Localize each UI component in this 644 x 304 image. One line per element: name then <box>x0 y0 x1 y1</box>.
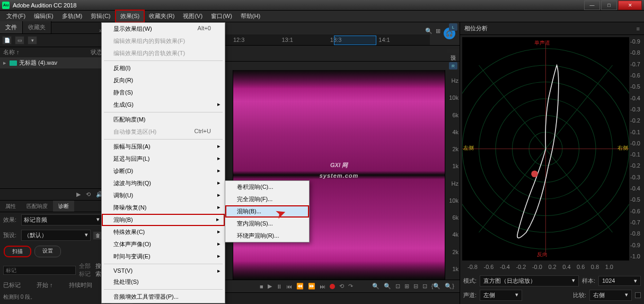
expand-caret-icon[interactable]: ▸ <box>3 59 7 66</box>
menu-effects[interactable]: 效果(S) <box>115 10 145 23</box>
play-icon[interactable]: ▶ <box>268 283 272 290</box>
phase-scale-bottom: -0.8-0.6-0.4-0.2 -0.00.20.40.6 0.81.0 <box>467 264 613 270</box>
spectrogram-view[interactable]: GXI 网 system.com <box>233 70 445 280</box>
marker-search-input[interactable] <box>3 266 76 275</box>
file-row[interactable]: ▸ 无标题 (4).wav <box>0 57 105 68</box>
menu-edit[interactable]: 编辑(E) <box>30 11 58 22</box>
menuitem-silence[interactable]: 静音(S) <box>102 86 225 99</box>
menuitem-generate[interactable]: 生成(G)▸ <box>102 99 225 111</box>
menuitem-reverse[interactable]: 反向(R) <box>102 74 225 86</box>
close-button[interactable]: ✕ <box>618 1 642 10</box>
col-name[interactable]: 名称 ↑ <box>3 48 91 56</box>
menu-help[interactable]: 帮助(H) <box>236 11 264 22</box>
menuitem-invert[interactable]: 反相(I) <box>102 62 225 74</box>
zoom-out-v-icon[interactable]: ⊟ <box>413 283 418 290</box>
menuitem-reverb-b[interactable]: 混响(B)... <box>225 205 309 218</box>
menu-clip[interactable]: 剪辑(C) <box>86 11 114 22</box>
loop-icon[interactable]: ⟲ <box>339 283 344 290</box>
menuitem-amplitude[interactable]: 振幅与压限(A)▸ <box>102 141 225 153</box>
skip-back-icon[interactable]: ⏮ <box>286 283 292 290</box>
tab-favorites[interactable]: 收藏夹 <box>23 21 51 33</box>
zoom-full-icon[interactable]: ⊡ <box>395 283 400 290</box>
zoom-icon[interactable]: 🔍 <box>425 28 433 39</box>
files-panel-tabs: 文件 收藏夹 » <box>0 22 105 34</box>
tab-properties[interactable]: 属性 <box>0 201 21 212</box>
menu-favorites[interactable]: 收藏夹(R) <box>145 11 179 22</box>
ffwd-icon[interactable]: ⏩ <box>308 283 315 290</box>
settings-button[interactable]: 设置 <box>34 246 61 257</box>
zoom-sel-icon[interactable]: ⊡ <box>422 283 427 290</box>
menuitem-plugin-manager[interactable]: 音频增效工具管理器(P)... <box>102 291 225 303</box>
hud-toggle-icon[interactable]: ⊞ <box>436 28 440 39</box>
menuitem-time-pitch[interactable]: 时间与变调(E)▸ <box>102 250 225 263</box>
zoom-in-h-icon[interactable]: 🔍 <box>372 283 380 290</box>
stop-icon[interactable]: ■ <box>260 283 263 290</box>
menu-view[interactable]: 视图(V) <box>179 11 207 22</box>
zoom-sel-out-icon[interactable]: 🔍} <box>445 283 454 290</box>
skip-sel-icon[interactable]: ↷ <box>348 283 353 290</box>
effect-label: 效果: <box>3 216 19 224</box>
menuitem-delay-echo[interactable]: 延迟与回声(L)▸ <box>102 153 225 165</box>
panel-menu-icon[interactable]: ≡ <box>637 25 640 32</box>
col-start[interactable]: 开始 ↑ <box>37 281 53 289</box>
minimize-button[interactable]: — <box>584 1 600 10</box>
all-markers-label[interactable]: 全部标记 <box>79 262 92 278</box>
phase-title: 相位分析 <box>464 24 488 32</box>
samples-dropdown[interactable]: 1024▾ <box>598 276 641 286</box>
compare-checkbox[interactable] <box>635 292 641 298</box>
menuitem-stereo-imagery[interactable]: 立体声声像(O)▸ <box>102 238 225 250</box>
col-duration[interactable]: 持续时间 <box>69 281 92 289</box>
tab-diagnostics[interactable]: 诊断 <box>53 201 74 212</box>
mode-dropdown[interactable]: 直方图（日志缩放）▾ <box>480 275 579 286</box>
zoom-in-v-icon[interactable]: ⊞ <box>404 283 409 290</box>
tab-loudness[interactable]: 匹配响度 <box>21 201 53 212</box>
menu-multitrack[interactable]: 多轨(M) <box>58 11 87 22</box>
menuitem-show-effects-rack[interactable]: 显示效果组(W)Alt+0 <box>102 23 225 35</box>
rewind-icon[interactable]: ⏪ <box>296 283 304 290</box>
loop-icon[interactable]: ⟲ <box>86 191 91 198</box>
channel-r-badge[interactable]: R <box>449 62 457 70</box>
open-file-icon[interactable]: 📄 <box>2 36 12 45</box>
menuitem-full-reverb[interactable]: 完全混响(F)... <box>225 193 309 205</box>
scan-button[interactable]: 扫描 <box>4 246 31 257</box>
menuitem-vst[interactable]: VST(V)▸ <box>102 265 225 276</box>
record-icon[interactable]: ▭ <box>15 36 24 45</box>
menuitem-filter-eq[interactable]: 滤波与均衡(Q)▸ <box>102 177 225 189</box>
compare-dropdown[interactable]: 右侧▾ <box>589 290 632 301</box>
menuitem-batch[interactable]: 批处理(S) <box>102 276 225 288</box>
insert-icon[interactable]: ▾ <box>28 36 37 45</box>
menuitem-special[interactable]: 特殊效果(C)▸ <box>102 226 225 238</box>
zoom-sel-in-icon[interactable]: {🔍 <box>431 283 441 290</box>
channel-dropdown[interactable]: 左侧▾ <box>480 290 522 301</box>
menuitem-edit-clip-effects: 编辑效果组内的剪辑效果(F) <box>102 35 225 47</box>
zoom-out-h-icon[interactable]: 🔍 <box>384 283 391 290</box>
menuitem-studio-reverb[interactable]: 室内混响(S)... <box>225 218 309 230</box>
skip-fwd-icon[interactable]: ⏭ <box>320 283 325 290</box>
preset-dropdown[interactable]: （默认）▾ <box>21 230 91 241</box>
menuitem-convolution-reverb[interactable]: 卷积混响(C)... <box>225 181 309 193</box>
effect-dropdown[interactable]: 标记音频▾ <box>21 214 102 225</box>
record-icon[interactable] <box>330 284 335 289</box>
col-status[interactable]: 状态 <box>91 48 102 56</box>
diagnostics-tabs: 属性 匹配响度 诊断 <box>0 201 105 212</box>
menuitem-diagnostics[interactable]: 诊断(D)▸ <box>102 165 225 177</box>
menu-file[interactable]: 文件(F) <box>2 11 30 22</box>
titlebar: Au Adobe Audition CC 2018 — □ ✕ <box>0 0 644 11</box>
phase-scale-right: -0.9-0.8-0.7-0.6 -0.5-0.4-0.3-0.2 -0.1-0… <box>630 37 643 260</box>
channel-l-badge[interactable]: L <box>449 23 457 31</box>
menuitem-modulation[interactable]: 调制(U)▸ <box>102 189 225 202</box>
menuitem-surround-reverb[interactable]: 环绕声混响(R)... <box>225 230 309 242</box>
menuitem-reverb[interactable]: 混响(B)▸ <box>102 214 225 226</box>
menuitem-noise-reduction[interactable]: 降噪/恢复(N)▸ <box>102 202 225 214</box>
play-icon[interactable]: ▶ <box>76 191 81 198</box>
menuitem-match-loudness[interactable]: 匹配响度(M) <box>102 114 225 126</box>
tab-files[interactable]: 文件 <box>0 21 23 33</box>
waveform-icon <box>10 60 17 66</box>
menu-window[interactable]: 窗口(W) <box>207 11 236 22</box>
pause-icon[interactable]: ⏸ <box>276 283 282 290</box>
maximize-button[interactable]: □ <box>601 1 617 10</box>
preset-stub[interactable]: 预设 <box>447 49 458 53</box>
ruler-selection[interactable] <box>334 36 376 45</box>
col-marked[interactable]: 已标记 <box>3 281 21 289</box>
phase-plot[interactable]: 单声道 左侧 右侧 反向 -0.9-0.8-0.7-0.6 -0.5-0.4-0… <box>462 37 629 260</box>
